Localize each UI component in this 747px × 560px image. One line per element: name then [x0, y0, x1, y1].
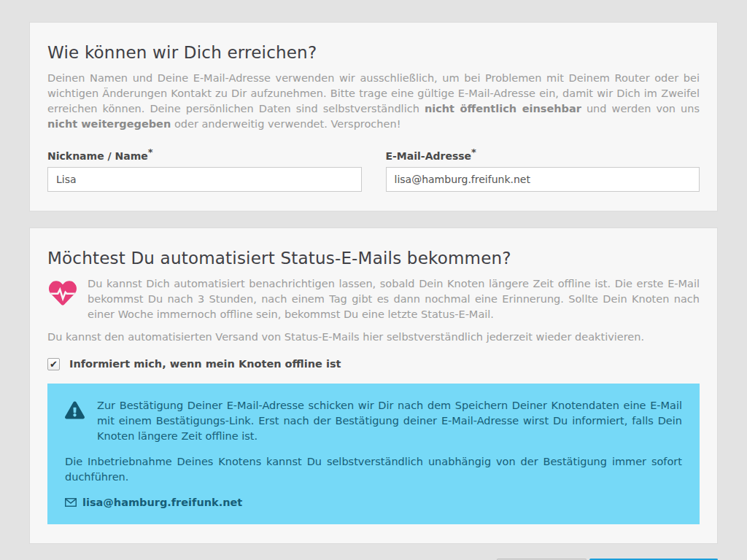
contact-intro-text: Deinen Namen und Deine E-Mail-Adresse ve… [47, 71, 700, 132]
intro-bold-2: nicht weitergegeben [47, 118, 171, 130]
status-card-title: Möchtest Du automatisiert Status-E-Mails… [47, 249, 700, 268]
status-mails-card: Möchtest Du automatisiert Status-E-Mails… [29, 228, 718, 544]
email-field-group: E-Mail-Adresse* [386, 147, 700, 192]
email-label-text: E-Mail-Adresse [386, 150, 472, 162]
contact-form-row: Nickname / Name* E-Mail-Adresse* [47, 147, 700, 192]
warning-triangle-icon [65, 401, 85, 419]
email-input[interactable] [386, 167, 700, 192]
confirmation-email-line: lisa@hamburg.freifunk.net [65, 497, 682, 508]
status-paragraph-1-text: Du kannst Dich automatisiert benachricht… [88, 278, 700, 320]
heartbeat-icon [47, 279, 78, 307]
info-paragraph-1: Zur Bestätigung Deiner E-Mail-Adresse sc… [65, 398, 682, 444]
offline-notify-checkbox[interactable]: ✔ [47, 358, 60, 370]
intro-bold-1: nicht öffentlich einsehbar [425, 103, 581, 114]
contact-card: Wie können wir Dich erreichen? Deinen Na… [29, 22, 718, 211]
envelope-icon [65, 498, 77, 507]
nickname-input[interactable] [47, 167, 362, 192]
offline-notify-checkbox-row[interactable]: ✔ Informiert mich, wenn mein Knoten offl… [47, 358, 700, 370]
email-confirmation-info-box: Zur Bestätigung Deiner E-Mail-Adresse sc… [47, 384, 700, 524]
intro-part-2: und werden von uns [581, 103, 700, 114]
email-label: E-Mail-Adresse* [386, 147, 700, 162]
intro-part-3: oder anderweitig verwendet. Versprochen! [171, 118, 400, 130]
footer-action-bar: ✖ Abbrechen Knoten anmelden [0, 544, 747, 560]
status-paragraph-2: Du kannst den automatisierten Versand vo… [47, 330, 700, 345]
offline-notify-checkbox-label: Informiert mich, wenn mein Knoten offlin… [69, 358, 341, 370]
nickname-label-text: Nickname / Name [47, 150, 148, 162]
page-container: Wie können wir Dich erreichen? Deinen Na… [0, 0, 747, 544]
checkmark-icon: ✔ [50, 359, 58, 369]
contact-card-title: Wie können wir Dich erreichen? [47, 43, 700, 62]
confirmation-email-address: lisa@hamburg.freifunk.net [82, 497, 242, 508]
email-required-mark: * [471, 147, 476, 158]
nickname-required-mark: * [148, 147, 153, 158]
nickname-field-group: Nickname / Name* [47, 147, 362, 192]
nickname-label: Nickname / Name* [47, 147, 362, 162]
status-paragraph-1: Du kannst Dich automatisiert benachricht… [47, 276, 700, 322]
info-paragraph-2: Die Inbetriebnahme Deines Knotens kannst… [65, 454, 682, 485]
